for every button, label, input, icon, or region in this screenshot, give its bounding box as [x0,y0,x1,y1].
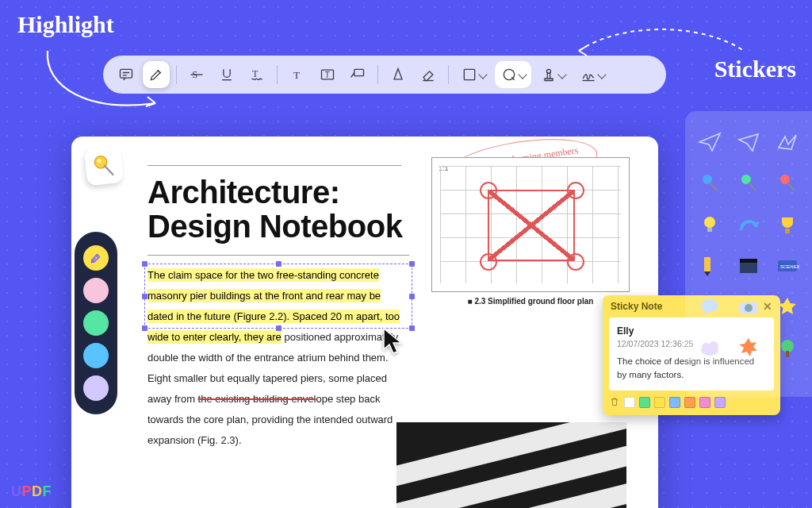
svg-text:T: T [325,71,330,79]
svg-point-12 [546,69,550,73]
annotation-toolbar: S T T T [103,56,666,94]
cloud-icon[interactable] [693,330,727,367]
note-color-purple[interactable] [714,397,726,408]
highlight-color-panel [75,232,117,414]
lightbulb-icon[interactable] [693,206,727,243]
pow-badge-icon[interactable] [732,330,766,367]
svg-point-37 [709,341,718,351]
svg-point-36 [702,343,710,351]
squiggly-underline-button[interactable]: T [243,61,270,88]
stamp-button[interactable] [534,61,571,88]
sticker-button[interactable] [495,61,531,88]
eraser-button[interactable] [415,61,442,88]
note-color-green[interactable] [639,397,650,408]
trophy-icon[interactable] [770,206,804,243]
building-photo [396,422,626,508]
rule [147,255,409,256]
highlighter-button[interactable] [143,61,170,88]
svg-point-34 [745,304,753,312]
pencil-sticker-icon[interactable] [693,248,727,284]
svg-text:T: T [293,69,300,81]
svg-point-23 [704,217,715,228]
scenes-badge-icon[interactable]: SCENES [770,248,804,284]
rule [147,165,401,166]
note-color-pink[interactable] [699,397,710,408]
chevron-down-icon [597,70,606,79]
color-swatch-pink[interactable] [83,278,109,303]
comment-button[interactable] [113,61,140,88]
svg-rect-26 [704,257,710,271]
pushpin-blue-icon[interactable] [693,165,727,202]
svg-rect-29 [740,259,757,263]
chevron-down-icon [557,70,566,79]
arrow-curved-icon[interactable] [732,206,766,243]
color-swatch-lavender[interactable] [83,375,109,401]
star-icon[interactable] [770,289,804,325]
svg-rect-10 [464,69,474,79]
floorplan-figure: Bracing the framing members back to the … [431,157,630,306]
paper-plane-icon[interactable] [693,124,727,160]
text-button[interactable]: T [284,61,311,88]
svg-rect-28 [740,262,757,273]
highlight-label: Highlight [17,11,114,38]
strikethrough-text: the existing building envel [198,393,316,405]
svg-rect-0 [121,69,132,78]
sticky-note-author: Elly [617,325,634,337]
tree-icon[interactable] [770,330,804,367]
sticky-note-title: Sticky Note [611,301,662,312]
note-color-blue[interactable] [669,397,680,408]
camera-icon[interactable] [732,289,766,325]
svg-marker-27 [704,271,710,276]
floorplan-drawing: 1:1 [431,157,630,292]
document-page: Architecture: Design Notebook The claim … [71,137,658,508]
floorplan-caption: ■ 2.3 Simplified ground floor plan [431,297,630,306]
chevron-down-icon [478,70,487,79]
paper-plane-2-icon[interactable] [732,124,766,160]
pushpin-red-icon[interactable] [770,165,804,202]
textbox-button[interactable]: T [314,61,341,88]
svg-rect-24 [707,228,712,232]
brand-logo: UPDF [11,483,52,500]
mouse-cursor [381,327,409,359]
callout-button[interactable] [344,61,371,88]
eyedropper-button[interactable] [83,245,109,271]
note-color-white[interactable] [624,397,635,408]
trash-icon[interactable] [609,396,620,410]
clapperboard-icon[interactable] [732,248,766,284]
note-color-yellow[interactable] [654,397,665,408]
pushpin-sticker[interactable] [84,146,124,187]
signature-button[interactable] [574,61,611,88]
origami-crane-icon[interactable] [770,124,804,160]
document-body[interactable]: The claim space for the two free-standin… [147,265,409,451]
svg-point-32 [701,299,718,312]
color-swatch-green[interactable] [83,310,109,336]
sticker-panel: SCENES [685,111,812,397]
svg-rect-25 [785,229,790,233]
chat-bubble-icon[interactable] [693,289,727,325]
note-color-orange[interactable] [684,397,695,408]
svg-text:T: T [252,69,258,79]
underline-button[interactable] [213,61,240,88]
svg-rect-8 [354,69,364,75]
svg-text:SCENES: SCENES [780,264,799,269]
svg-rect-39 [786,351,789,357]
chevron-down-icon [518,70,527,79]
strikethrough-button[interactable]: S [183,61,210,88]
pushpin-green-icon[interactable] [732,165,766,202]
pencil-button[interactable] [385,61,412,88]
color-swatch-blue[interactable] [83,343,109,368]
shape-button[interactable] [455,61,492,88]
svg-point-38 [781,340,794,352]
